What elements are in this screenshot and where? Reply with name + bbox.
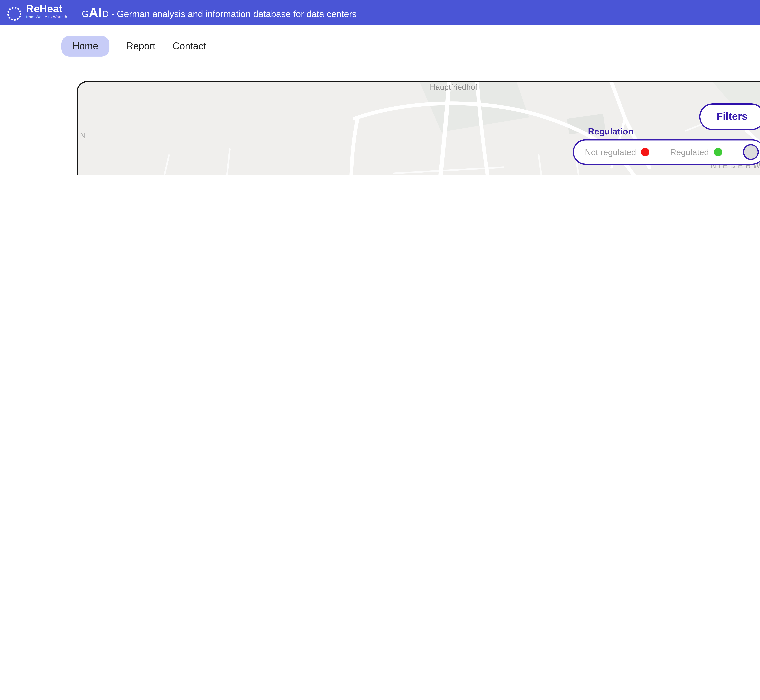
tab-home[interactable]: Home [61, 36, 109, 56]
regulation-toggle[interactable] [743, 144, 759, 160]
tab-contact[interactable]: Contact [173, 41, 206, 52]
regulation-label: Regulation [588, 127, 634, 136]
app-title-ai: AI [89, 5, 102, 20]
tab-report[interactable]: Report [126, 41, 156, 52]
header-bar: ReHeat from Waste to Warmth. GAID - Germ… [0, 0, 760, 25]
regulated-dot-icon [714, 148, 722, 156]
regulation-filter-row: Not regulated Regulated [573, 139, 760, 165]
filter-option-not-regulated[interactable]: Not regulated [585, 147, 649, 157]
not-regulated-dot-icon [641, 148, 649, 156]
map-label: EN [76, 131, 88, 140]
brand[interactable]: ReHeat from Waste to Warmth. [6, 3, 69, 22]
regulated-label: Regulated [670, 147, 709, 157]
reheat-logo-icon [6, 5, 22, 22]
app-title: GAID - German analysis and information d… [82, 5, 357, 20]
page: ReHeat from Waste to Warmth. GAID - Germ… [0, 0, 760, 175]
app-title-d: D [102, 8, 109, 19]
filter-option-regulated[interactable]: Regulated [670, 147, 722, 157]
brand-name: ReHeat [26, 3, 69, 15]
cooling-label: Cooling System [585, 173, 651, 175]
not-regulated-label: Not regulated [585, 147, 636, 157]
nav-bar: Home Report Contact Login [0, 25, 760, 67]
map-label: Hauptfriedhof [430, 83, 477, 92]
app-title-rest: - German analysis and information databa… [111, 8, 357, 19]
filters-button[interactable]: Filters [699, 103, 760, 130]
app-title-g: G [82, 8, 89, 19]
brand-tagline: from Waste to Warmth. [26, 15, 69, 19]
map-card[interactable]: HauptfriedhofENNORDENDWESTNORDENDOSTBOCK… [76, 81, 760, 175]
